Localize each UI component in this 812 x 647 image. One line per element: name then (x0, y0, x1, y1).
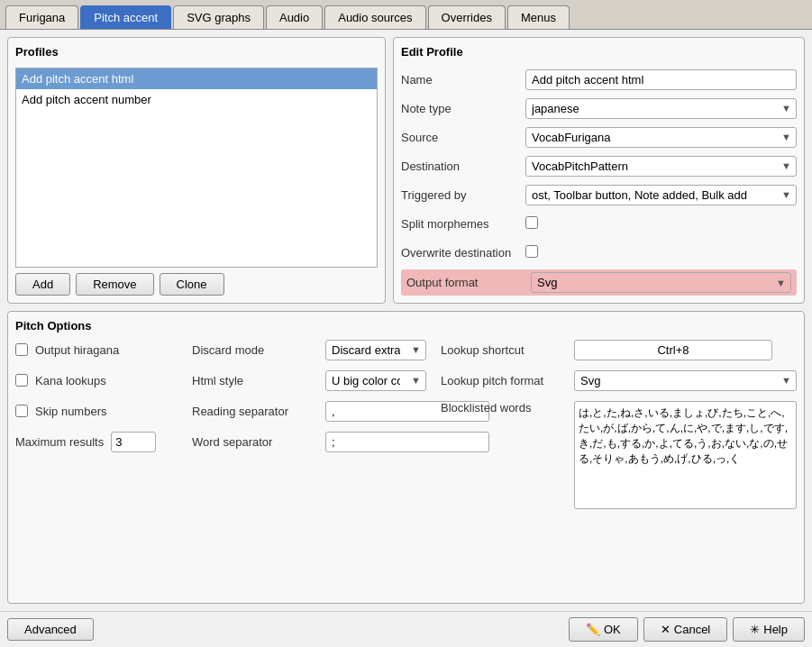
discard-mode-wrapper: Discard extra ▼ (325, 340, 426, 360)
pitch-options-grid: Output hiragana Kana lookups Skip number… (15, 338, 797, 509)
profiles-buttons: Add Remove Clone (15, 273, 378, 296)
skip-numbers-row: Skip numbers (15, 399, 178, 423)
output-hiragana-row: Output hiragana (15, 338, 178, 361)
blocklisted-words-textarea[interactable]: は,と,た,ね,さ,いる,ましょ,び,たち,こと,へ,たい,が,ば,から,て,ん… (574, 401, 797, 509)
triggered-by-row: Triggered by ost, Toolbar button, Note a… (401, 183, 797, 206)
name-row: Name (401, 68, 797, 91)
maximum-results-row: Maximum results (15, 430, 178, 453)
tab-audio[interactable]: Audio (266, 5, 323, 29)
html-style-row: Html style U big color coded ▼ (192, 369, 426, 392)
html-style-label: Html style (192, 374, 318, 387)
reading-separator-row: Reading separator (192, 399, 426, 423)
lookup-shortcut-label: Lookup shortcut (441, 343, 567, 357)
tab-furigana[interactable]: Furigana (5, 5, 78, 29)
source-row: Source VocabFurigana ▼ (401, 125, 797, 149)
destination-select[interactable]: VocabPitchPattern (525, 156, 797, 177)
ok-icon: ✏️ (586, 623, 600, 636)
tab-svg-graphs[interactable]: SVG graphs (173, 5, 264, 29)
cancel-button[interactable]: ✕ Cancel (643, 617, 727, 642)
split-morphemes-label: Split morphemes (401, 217, 518, 231)
skip-numbers-label: Skip numbers (35, 405, 106, 418)
split-morphemes-wrapper (525, 216, 797, 232)
kana-lookups-row: Kana lookups (15, 369, 178, 392)
output-format-wrapper: Svg ▼ (531, 272, 791, 293)
lookup-pitch-format-row: Lookup pitch format Svg ▼ (441, 369, 797, 392)
clone-button[interactable]: Clone (160, 273, 224, 296)
ok-label: OK (604, 623, 621, 636)
pitch-col-2: Discard mode Discard extra ▼ Html style (192, 338, 426, 509)
maximum-results-label: Maximum results (15, 435, 104, 449)
content-area: Profiles Add pitch accent html Add pitch… (0, 30, 812, 611)
edit-profile-panel: Edit Profile Name Note type japanese (393, 37, 805, 304)
pitch-col-1: Output hiragana Kana lookups Skip number… (15, 338, 178, 509)
note-type-select[interactable]: japanese (525, 98, 797, 119)
note-type-wrapper: japanese ▼ (525, 98, 797, 119)
cancel-icon: ✕ (661, 623, 671, 636)
profiles-title: Profiles (15, 45, 378, 59)
destination-label: Destination (401, 159, 518, 173)
overwrite-destination-wrapper (525, 245, 797, 260)
triggered-by-label: Triggered by (401, 188, 518, 202)
name-input[interactable] (525, 69, 797, 90)
pitch-options-panel: Pitch Options Output hiragana Kana looku… (7, 311, 805, 604)
profiles-panel: Profiles Add pitch accent html Add pitch… (7, 37, 386, 304)
output-format-row: Output format Svg ▼ (401, 269, 797, 296)
tab-menus[interactable]: Menus (507, 5, 570, 29)
discard-mode-select[interactable]: Discard extra (325, 340, 426, 360)
word-separator-label: Word separator (192, 435, 318, 449)
kana-lookups-label: Kana lookups (35, 374, 106, 387)
destination-row: Destination VocabPitchPattern ▼ (401, 154, 797, 178)
pitch-options-title: Pitch Options (15, 319, 797, 333)
tab-audio-sources[interactable]: Audio sources (324, 5, 425, 29)
overwrite-destination-row: Overwrite destination (401, 241, 797, 264)
output-hiragana-checkbox[interactable] (15, 343, 28, 356)
triggered-by-select[interactable]: ost, Toolbar button, Note added, Bulk ad… (525, 185, 797, 205)
profiles-list: Add pitch accent html Add pitch accent n… (15, 68, 378, 268)
triggered-by-wrapper: ost, Toolbar button, Note added, Bulk ad… (525, 185, 797, 205)
help-button[interactable]: ✳ Help (733, 617, 805, 642)
source-label: Source (401, 131, 518, 144)
note-type-label: Note type (401, 102, 518, 115)
html-style-select[interactable]: U big color coded (325, 370, 426, 391)
add-button[interactable]: Add (15, 273, 70, 296)
source-wrapper: VocabFurigana ▼ (525, 127, 797, 148)
profile-item-2[interactable]: Add pitch accent number (16, 89, 377, 110)
profile-item-1[interactable]: Add pitch accent html (16, 68, 377, 89)
source-select[interactable]: VocabFurigana (525, 127, 797, 148)
advanced-button[interactable]: Advanced (7, 618, 94, 641)
blocklisted-words-label: Blocklisted words (441, 401, 567, 415)
lookup-shortcut-input[interactable] (574, 340, 772, 360)
skip-numbers-checkbox[interactable] (15, 405, 28, 417)
pitch-col-3: Lookup shortcut Lookup pitch format Svg … (441, 338, 797, 509)
destination-wrapper: VocabPitchPattern ▼ (525, 156, 797, 177)
name-label: Name (401, 73, 518, 87)
cancel-label: Cancel (674, 623, 710, 636)
output-hiragana-label: Output hiragana (35, 343, 119, 357)
blocklisted-words-row: Blocklisted words は,と,た,ね,さ,いる,ましょ,び,たち,… (441, 401, 797, 509)
output-format-select[interactable]: Svg (531, 272, 791, 293)
split-morphemes-row: Split morphemes (401, 212, 797, 235)
main-window: Furigana Pitch accent SVG graphs Audio A… (0, 0, 812, 647)
ok-button[interactable]: ✏️ OK (569, 617, 638, 642)
word-separator-row: Word separator (192, 430, 426, 453)
help-icon: ✳ (750, 623, 760, 636)
overwrite-destination-label: Overwrite destination (401, 246, 518, 260)
overwrite-destination-checkbox[interactable] (525, 245, 538, 258)
tab-pitch-accent[interactable]: Pitch accent (80, 5, 171, 29)
top-section: Profiles Add pitch accent html Add pitch… (7, 37, 805, 304)
discard-mode-label: Discard mode (192, 343, 318, 357)
bottom-bar: Advanced ✏️ OK ✕ Cancel ✳ Help (0, 611, 812, 647)
edit-profile-title: Edit Profile (401, 45, 797, 59)
split-morphemes-checkbox[interactable] (525, 216, 538, 229)
html-style-wrapper: U big color coded ▼ (325, 370, 426, 391)
tab-overrides[interactable]: Overrides (428, 5, 506, 29)
tab-bar: Furigana Pitch accent SVG graphs Audio A… (0, 0, 812, 30)
maximum-results-input[interactable] (111, 432, 156, 452)
bottom-right-buttons: ✏️ OK ✕ Cancel ✳ Help (569, 617, 805, 642)
output-format-label: Output format (406, 276, 524, 289)
lookup-pitch-format-select[interactable]: Svg (574, 370, 797, 391)
kana-lookups-checkbox[interactable] (15, 374, 28, 387)
remove-button[interactable]: Remove (76, 273, 153, 296)
help-label: Help (763, 623, 788, 636)
discard-mode-row: Discard mode Discard extra ▼ (192, 338, 426, 361)
